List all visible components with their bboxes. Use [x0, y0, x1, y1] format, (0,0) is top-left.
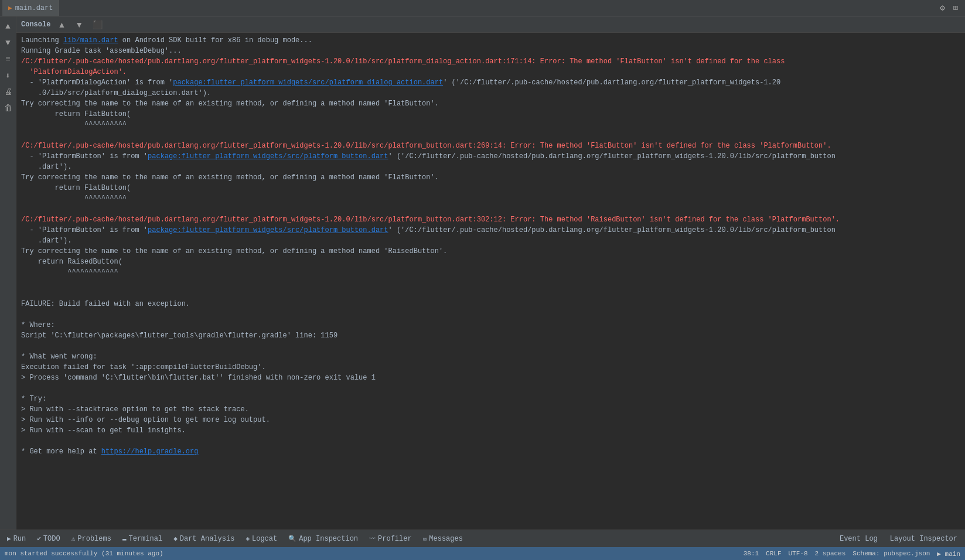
- tab-event-log[interactable]: Event Log: [835, 535, 883, 543]
- tab-settings-area: ⚙ ⊞: [937, 2, 965, 14]
- dart-file-icon: ▶: [8, 4, 12, 12]
- run-icon: ▶: [7, 535, 11, 542]
- tab-dart-analysis-label: Dart Analysis: [180, 535, 235, 543]
- app-inspection-icon: 🔍: [288, 535, 296, 542]
- download-icon[interactable]: ⬇: [2, 69, 15, 82]
- tab-terminal[interactable]: ▬ Terminal: [118, 530, 168, 547]
- indent-info[interactable]: 2 spaces: [815, 550, 846, 557]
- console-output[interactable]: Launching lib/main.dart on Android SDK b…: [16, 33, 965, 530]
- cursor-position[interactable]: 38:1: [744, 550, 759, 557]
- todo-icon: ✔: [37, 535, 41, 542]
- encoding[interactable]: UTF-8: [789, 550, 808, 557]
- main-dart-tab[interactable]: ▶ main.dart: [2, 0, 59, 16]
- status-bar: mon started successfully (31 minutes ago…: [0, 547, 965, 560]
- logcat-icon: ◈: [245, 535, 250, 542]
- main-area: ▲ ▼ ≡ ⬇ 🖨 🗑 Console ▲ ▼ ⬛ Launching lib/…: [0, 16, 965, 530]
- console-label: Console: [21, 21, 50, 29]
- git-branch[interactable]: ▶ main: [937, 550, 960, 558]
- terminal-icon: ▬: [122, 535, 127, 542]
- tab-run-label: Run: [13, 535, 26, 543]
- tab-profiler[interactable]: 〰 Profiler: [364, 530, 417, 547]
- tab-event-log-label: Event Log: [840, 535, 878, 543]
- scroll-down-icon[interactable]: ▼: [2, 36, 15, 49]
- tab-todo[interactable]: ✔ TODO: [32, 530, 65, 547]
- settings-icon[interactable]: ⚙: [937, 2, 947, 14]
- tab-app-inspection-label: App Inspection: [299, 535, 358, 543]
- tab-label: main.dart: [15, 4, 53, 12]
- stop-button[interactable]: ⬛: [90, 19, 105, 30]
- dart-analysis-icon: ◆: [173, 535, 178, 542]
- tab-profiler-label: Profiler: [378, 535, 412, 543]
- grid-layout-icon[interactable]: ⊞: [951, 2, 960, 14]
- profiler-icon: 〰: [369, 535, 376, 542]
- schema-info[interactable]: Schema: pubspec.json: [853, 550, 930, 557]
- scroll-down-button[interactable]: ▼: [73, 19, 86, 30]
- tab-logcat[interactable]: ◈ Logcat: [241, 530, 282, 547]
- status-left: mon started successfully (31 minutes ago…: [5, 550, 163, 557]
- main-dart-link[interactable]: lib/main.dart: [63, 36, 118, 45]
- tab-layout-inspector[interactable]: Layout Inspector: [885, 535, 963, 543]
- line-ending[interactable]: CRLF: [766, 550, 781, 557]
- platform-button-link2[interactable]: package:flutter_platform_widgets/src/pla…: [148, 226, 388, 234]
- tab-terminal-label: Terminal: [129, 535, 163, 543]
- console-toolbar: Console ▲ ▼ ⬛: [16, 16, 965, 33]
- console-text: Launching lib/main.dart on Android SDK b…: [21, 35, 960, 457]
- tab-app-inspection[interactable]: 🔍 App Inspection: [284, 530, 363, 547]
- tab-problems-label: Problems: [77, 535, 111, 543]
- tab-layout-inspector-label: Layout Inspector: [890, 535, 957, 543]
- problems-icon: ⚠: [71, 535, 76, 542]
- status-message: mon started successfully (31 minutes ago…: [5, 550, 163, 557]
- tab-bar: ▶ main.dart ⚙ ⊞: [0, 0, 965, 16]
- filter-icon[interactable]: ≡: [2, 53, 15, 66]
- status-right: 38:1 CRLF UTF-8 2 spaces Schema: pubspec…: [744, 550, 960, 558]
- messages-icon: ✉: [423, 535, 427, 542]
- tab-problems[interactable]: ⚠ Problems: [67, 530, 117, 547]
- left-sidebar: ▲ ▼ ≡ ⬇ 🖨 🗑: [0, 16, 16, 530]
- platform-dialog-link[interactable]: package:flutter_platform_widgets/src/pla…: [173, 78, 443, 87]
- print-icon[interactable]: 🖨: [2, 86, 15, 98]
- scroll-up-button[interactable]: ▲: [55, 19, 68, 30]
- platform-button-link1[interactable]: package:flutter_platform_widgets/src/pla…: [148, 152, 388, 161]
- delete-icon[interactable]: 🗑: [2, 102, 15, 115]
- tab-dart-analysis[interactable]: ◆ Dart Analysis: [169, 530, 240, 547]
- tab-messages-label: Messages: [429, 535, 463, 543]
- bottom-toolbar: ▶ Run ✔ TODO ⚠ Problems ▬ Terminal ◆ Dar…: [0, 530, 965, 547]
- scroll-up-icon[interactable]: ▲: [2, 20, 15, 33]
- tab-messages[interactable]: ✉ Messages: [418, 530, 468, 547]
- gradle-help-link[interactable]: https://help.gradle.org: [101, 448, 199, 456]
- tab-run[interactable]: ▶ Run: [2, 530, 31, 547]
- tab-todo-label: TODO: [43, 535, 60, 543]
- tab-logcat-label: Logcat: [252, 535, 277, 543]
